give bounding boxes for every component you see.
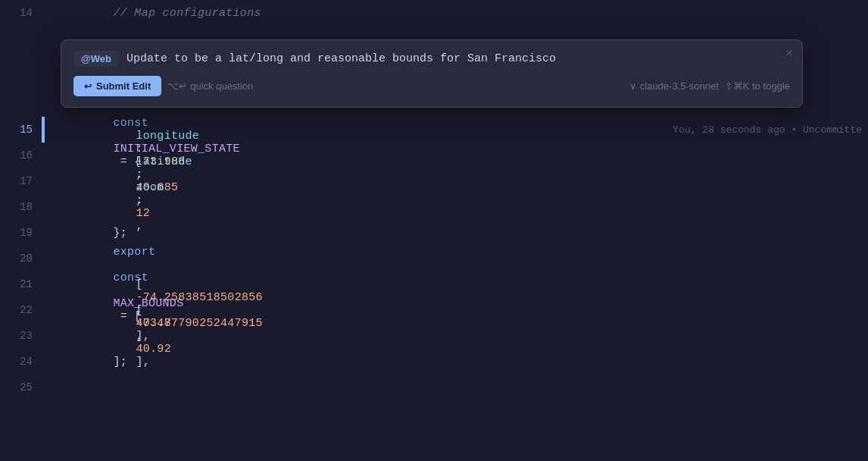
export-kw-2: export [113, 246, 155, 259]
code-line-24: 24 ]; [0, 349, 868, 375]
line-number-25: 25 [0, 381, 42, 394]
popup-input-row: @Web [73, 51, 790, 67]
toggle-shortcut-label: ⇧⌘K to toggle [725, 80, 790, 92]
quick-question-label: quick question [190, 80, 253, 92]
line-number-23: 23 [0, 330, 42, 342]
line-number-21: 21 [0, 278, 42, 290]
close-icon[interactable]: × [785, 48, 793, 60]
close-array: ]; [113, 356, 127, 368]
line-number-22: 22 [0, 304, 42, 316]
editor-container: 14 // Map configurations × @Web ↩ Submit… [0, 0, 868, 461]
comma-5: , [136, 330, 150, 343]
line-number-19: 19 [0, 227, 42, 239]
line-number-18: 18 [0, 201, 42, 213]
chevron-down-icon: ∨ [629, 80, 637, 92]
line-content-25 [45, 381, 64, 394]
popup-text-input[interactable] [126, 52, 790, 65]
git-annotation: You, 28 seconds ago • Uncommitte [673, 124, 868, 136]
toolbar-right: ∨ claude-3.5-sonnet ⇧⌘K to toggle [629, 80, 790, 92]
submit-edit-label: Submit Edit [96, 80, 151, 92]
zoom-value: 12 [136, 207, 150, 220]
code-line-18: 18 zoom : 12 , [0, 194, 868, 220]
longitude-key: longitude [136, 130, 199, 143]
line-content-14: // Map configurations [45, 0, 261, 33]
code-line-23: 23 [ -73.7 , 40.92 ], [0, 323, 868, 349]
submit-edit-button[interactable]: ↩ Submit Edit [73, 76, 161, 96]
model-name-label: claude-3.5-sonnet [640, 80, 719, 92]
zoom-key: zoom [136, 181, 164, 194]
quick-question-button[interactable]: ⌥↵ quick question [167, 80, 253, 92]
line-number-20: 20 [0, 252, 42, 265]
model-selector[interactable]: ∨ claude-3.5-sonnet [629, 80, 719, 92]
latitude-key: latitude [136, 155, 192, 168]
web-badge: @Web [73, 51, 119, 67]
code-line-25: 25 [0, 375, 868, 400]
code-area: 14 // Map configurations × @Web ↩ Submit… [0, 0, 868, 461]
submit-arrow-icon: ↩ [84, 81, 92, 92]
lon-max: -73.7 [136, 317, 171, 330]
line-number-17: 17 [0, 175, 42, 187]
colon3: : [136, 194, 150, 207]
line-number-24: 24 [0, 356, 42, 368]
code-line-14: 14 // Map configurations [0, 0, 868, 26]
line-number-15: 15 [0, 124, 42, 136]
popup-toolbar: ↩ Submit Edit ⌥↵ quick question ∨ claude… [73, 76, 790, 96]
comment-text: // Map configurations [113, 7, 261, 20]
open-bracket-2: [ [136, 304, 142, 317]
inline-edit-popup: × @Web ↩ Submit Edit ⌥↵ quick question ∨ [61, 39, 803, 108]
open-bracket-1: [ [136, 278, 142, 291]
line-number-14: 14 [0, 7, 42, 19]
line-number-16: 16 [0, 149, 42, 162]
quick-question-shortcut: ⌥↵ [167, 80, 187, 92]
